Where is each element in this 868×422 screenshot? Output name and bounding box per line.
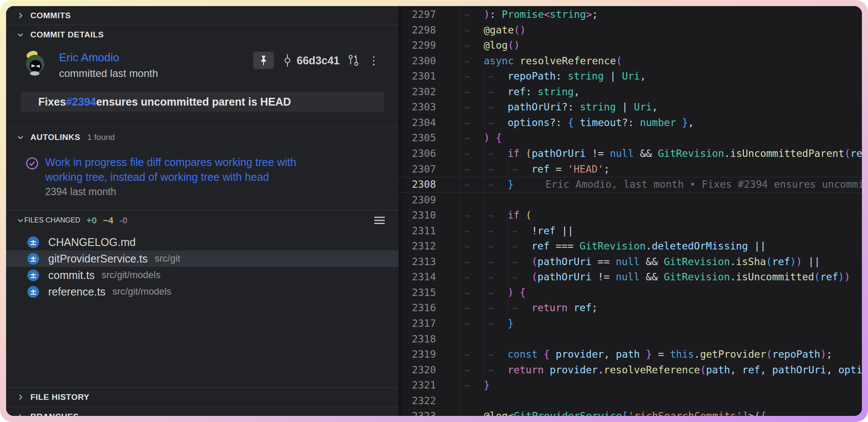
tab-whitespace-icon: →: [464, 362, 469, 378]
indent-guide: [484, 100, 484, 115]
section-file-history[interactable]: FILE HISTORY: [6, 388, 399, 407]
code-line[interactable]: 2313→→→(pathOrUri == null && GitRevision…: [399, 254, 862, 270]
file-row[interactable]: ±gitProviderService.tssrc/git: [6, 250, 399, 267]
tab-whitespace-icon: →: [464, 316, 469, 332]
stat-removed: -0: [119, 215, 128, 226]
line-number: 2315: [399, 285, 436, 301]
code-line[interactable]: 2310→→if (: [399, 208, 862, 223]
section-commit-details-label: COMMIT DETAILS: [30, 30, 104, 40]
indent-guide: [508, 254, 508, 270]
section-commit-details[interactable]: COMMIT DETAILS: [6, 25, 399, 44]
code-line[interactable]: 2321→}: [399, 378, 862, 393]
commit-author-row: Eric Amodio committed last month 66d3c41…: [23, 51, 380, 80]
code-text: return provider.resolveReference(path, r…: [508, 362, 862, 378]
code-line[interactable]: 2319→→const { provider, path } = this.ge…: [399, 347, 862, 362]
file-row[interactable]: ±commit.tssrc/git/models: [6, 267, 399, 283]
section-autolinks[interactable]: AUTOLINKS 1 found: [6, 127, 399, 148]
line-number: 2320: [399, 362, 436, 378]
indent-guide: [460, 193, 460, 208]
code-text: (pathOrUri != null && GitRevision.isUnco…: [531, 269, 850, 285]
git-commit-icon: [282, 54, 293, 67]
tab-whitespace-icon: →: [464, 208, 469, 223]
code-text: @log<GitProviderService['richSearchCommi…: [484, 409, 766, 416]
inline-blame-annotation: Eric Amodio, last month • Fixes #2394 en…: [545, 177, 862, 193]
indent-guide: [484, 362, 484, 378]
autolink-title[interactable]: Work in progress file diff compares work…: [45, 155, 314, 184]
line-number: 2299: [399, 38, 436, 53]
message-prefix: Fixes: [38, 96, 66, 108]
code-line[interactable]: 2315→→) {: [399, 285, 862, 301]
code-line[interactable]: 2304→→options?: { timeout?: number },: [399, 115, 862, 131]
line-number: 2319: [399, 347, 436, 362]
message-suffix: ensures uncommitted parent is HEAD: [96, 96, 291, 108]
pin-button[interactable]: [253, 52, 274, 69]
code-line[interactable]: 2301→→repoPath: string | Uri,: [399, 69, 862, 84]
code-line[interactable]: 2316→→→return ref;: [399, 300, 862, 316]
file-row[interactable]: ±reference.tssrc/git/models: [6, 283, 399, 300]
file-path: src/git/models: [102, 269, 161, 281]
code-text: async resolveReference(: [484, 53, 622, 69]
author-link[interactable]: Eric Amodio: [59, 51, 158, 64]
line-number: 2303: [399, 100, 436, 115]
line-number: 2307: [399, 162, 436, 177]
tab-whitespace-icon: →: [488, 177, 493, 193]
section-files-changed[interactable]: FILES CHANGED +0 ~4 -0: [6, 210, 399, 230]
commit-sha[interactable]: 66d3c41: [282, 54, 340, 67]
list-view-icon[interactable]: [373, 215, 386, 226]
code-line[interactable]: 2307→→→ref = 'HEAD';: [399, 162, 862, 177]
line-number: 2304: [399, 115, 436, 131]
code-text: ) {: [484, 130, 502, 146]
indent-guide: [460, 239, 460, 254]
code-line[interactable]: 2303→→pathOrUri?: string | Uri,: [399, 100, 862, 115]
issue-link[interactable]: #2394: [66, 96, 96, 108]
code-line[interactable]: 2302→→ref: string,: [399, 84, 862, 100]
file-modified-icon: ±: [27, 269, 39, 281]
code-line[interactable]: 2306→→if (pathOrUri != null && GitRevisi…: [399, 146, 862, 162]
file-modified-icon: ±: [27, 236, 39, 248]
code-line[interactable]: 2322: [399, 393, 862, 409]
code-line[interactable]: 2317→→}: [399, 316, 862, 332]
code-text: (pathOrUri == null && GitRevision.isSha(…: [531, 254, 820, 270]
code-line[interactable]: 2314→→→(pathOrUri != null && GitRevision…: [399, 269, 862, 285]
tab-whitespace-icon: →: [488, 100, 493, 115]
file-name: gitProviderService.ts: [48, 253, 148, 265]
code-text: if (: [508, 208, 531, 223]
indent-guide: [460, 146, 460, 162]
code-line[interactable]: 2308→→}Eric Amodio, last month • Fixes #…: [399, 177, 862, 193]
section-files-changed-label: FILES CHANGED: [24, 216, 80, 224]
code-text: options?: { timeout?: number },: [508, 115, 694, 131]
tab-whitespace-icon: →: [464, 269, 469, 285]
section-autolinks-label: AUTOLINKS: [30, 133, 80, 142]
commit-message-banner[interactable]: Fixes #2394 ensures uncommitted parent i…: [21, 92, 384, 112]
tab-whitespace-icon: →: [488, 254, 493, 270]
code-line[interactable]: 2300→async resolveReference(: [399, 53, 862, 69]
tab-whitespace-icon: →: [464, 223, 469, 239]
autolink-item[interactable]: Work in progress file diff compares work…: [25, 155, 399, 198]
code-line[interactable]: 2297→): Promise<string>;: [399, 7, 862, 23]
code-line[interactable]: 2309: [399, 193, 862, 208]
code-line[interactable]: 2298→@gate(): [399, 23, 862, 38]
indent-guide: [484, 254, 484, 270]
code-line[interactable]: 2311→→→!ref ||: [399, 223, 862, 239]
code-line[interactable]: 2312→→→ref === GitRevision.deletedOrMiss…: [399, 239, 862, 254]
code-line[interactable]: 2320→→return provider.resolveReference(p…: [399, 362, 862, 378]
stat-added: +0: [86, 215, 97, 226]
git-compare-icon[interactable]: [347, 54, 360, 67]
tab-whitespace-icon: →: [464, 23, 469, 38]
code-line[interactable]: 2299→@log(): [399, 38, 862, 53]
kebab-menu-icon[interactable]: ⋮: [367, 56, 380, 65]
section-commits[interactable]: COMMITS: [6, 6, 399, 25]
code-line[interactable]: 2305→) {: [399, 130, 862, 146]
tab-whitespace-icon: →: [512, 254, 517, 270]
code-line[interactable]: 2318: [399, 332, 862, 347]
code-line[interactable]: 2323→@log<GitProviderService['richSearch…: [399, 409, 862, 416]
file-path: src/git/models: [112, 286, 172, 297]
section-commits-label: COMMITS: [30, 11, 71, 20]
file-row[interactable]: ±CHANGELOG.md: [6, 234, 399, 250]
file-path: src/git: [155, 253, 180, 264]
indent-guide: [460, 7, 460, 23]
indent-guide: [460, 347, 460, 362]
code-editor[interactable]: 2297→): Promise<string>;2298→@gate()2299…: [399, 6, 862, 416]
section-branches[interactable]: BRANCHES: [6, 407, 399, 416]
file-name: CHANGELOG.md: [48, 236, 135, 249]
